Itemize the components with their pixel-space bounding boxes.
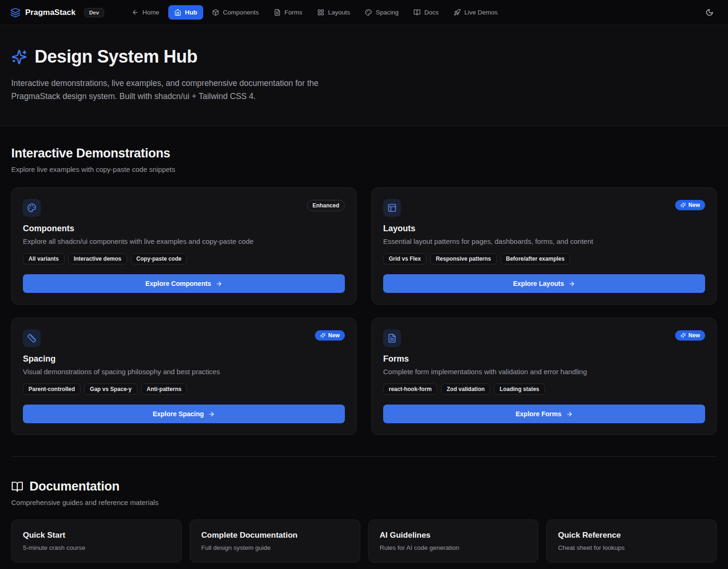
nav-item-label: Layouts [328, 9, 350, 16]
tag: Interactive demos [68, 253, 127, 264]
demos-section-subtitle: Explore live examples with copy-paste co… [11, 165, 717, 173]
doc-card-description: Rules for AI code generation [380, 544, 527, 551]
home-icon [174, 9, 181, 16]
layout-grid-icon [317, 9, 324, 16]
nav-item-home[interactable]: Home [126, 5, 165, 20]
page-subtitle: Interactive demonstrations, live example… [11, 77, 355, 103]
card-description: Essential layout patterns for pages, das… [383, 237, 705, 245]
tag: Copy-paste code [131, 253, 187, 264]
demo-card-grid: Enhanced Components Explore all shadcn/u… [11, 187, 717, 435]
doc-card-title: Quick Start [23, 531, 170, 540]
button-label: Explore Forms [515, 410, 561, 418]
card-title: Layouts [383, 224, 705, 234]
doc-card-description: 5-minute crash course [23, 544, 170, 551]
card-title: Components [23, 224, 345, 234]
nav-item-label: Docs [424, 9, 439, 16]
explore-layouts-button[interactable]: Explore Layouts [383, 274, 705, 293]
page-title: Design System Hub [35, 47, 197, 67]
new-badge: New [675, 200, 705, 210]
nav-item-hub[interactable]: Hub [168, 5, 203, 20]
demo-card-components: Enhanced Components Explore all shadcn/u… [11, 187, 357, 305]
tag: Grid vs Flex [383, 253, 427, 264]
card-icon-box [23, 199, 41, 217]
tag: Before/after examples [500, 253, 570, 264]
sparkles-icon [320, 333, 326, 338]
tag: Gap vs Space-y [84, 384, 137, 395]
ruler-icon [27, 334, 36, 343]
card-description: Visual demonstrations of spacing philoso… [23, 368, 345, 376]
card-tags: All variants Interactive demos Copy-past… [23, 253, 345, 264]
section-divider [11, 456, 717, 457]
file-text-icon [387, 334, 397, 343]
card-icon-box [383, 199, 401, 217]
doc-card-title: AI Guidelines [380, 531, 527, 540]
tag: All variants [23, 253, 64, 264]
card-tags: react-hook-form Zod validation Loading s… [383, 384, 705, 395]
card-title: Forms [383, 354, 705, 364]
nav-item-label: Spacing [376, 9, 399, 16]
nav-item-spacing[interactable]: Spacing [359, 5, 405, 20]
book-open-icon [11, 481, 23, 493]
palette-icon [365, 9, 372, 16]
arrow-right-icon [568, 280, 575, 287]
brand-name: PragmaStack [25, 8, 76, 17]
nav-item-components[interactable]: Components [206, 5, 265, 20]
theme-toggle-button[interactable] [701, 4, 718, 21]
arrow-left-icon [132, 9, 139, 16]
explore-forms-button[interactable]: Explore Forms [383, 405, 705, 423]
new-badge: New [675, 330, 705, 341]
doc-card-complete-documentation[interactable]: Complete Documentation Full design syste… [190, 519, 360, 562]
doc-card-title: Complete Documentation [201, 531, 349, 540]
nav-item-live-demos[interactable]: Live Demos [448, 5, 504, 20]
docs-section-subtitle: Comprehensive guides and reference mater… [11, 498, 717, 506]
nav-item-docs[interactable]: Docs [407, 5, 445, 20]
tag: Zod validation [441, 384, 490, 395]
badge-label: New [688, 202, 700, 208]
docs-card-grid: Quick Start 5-minute crash course Comple… [11, 519, 717, 562]
sparkles-icon [11, 49, 27, 65]
doc-card-description: Full design system guide [201, 544, 349, 551]
demo-card-forms: New Forms Complete form implementations … [371, 318, 717, 435]
doc-card-ai-guidelines[interactable]: AI Guidelines Rules for AI code generati… [368, 519, 539, 562]
button-label: Explore Layouts [513, 280, 564, 287]
nav-item-label: Hub [185, 9, 197, 16]
top-nav: PragmaStack Dev Home Hub Components Form… [0, 0, 728, 25]
doc-card-title: Quick Reference [558, 531, 705, 540]
doc-card-description: Cheat sheet for lookups [558, 544, 705, 551]
button-label: Explore Components [145, 280, 211, 287]
palette-icon [27, 203, 36, 213]
explore-spacing-button[interactable]: Explore Spacing [23, 405, 345, 423]
new-badge: New [315, 330, 345, 341]
demo-card-layouts: New Layouts Essential layout patterns fo… [371, 187, 717, 305]
tag: Responsive patterns [430, 253, 497, 264]
doc-card-quick-reference[interactable]: Quick Reference Cheat sheet for lookups [546, 519, 717, 562]
button-label: Explore Spacing [153, 410, 204, 418]
card-tags: Parent-controlled Gap vs Space-y Anti-pa… [23, 384, 345, 395]
nav-item-label: Home [143, 9, 159, 16]
status-badge: Enhanced [307, 200, 345, 211]
doc-card-quick-start[interactable]: Quick Start 5-minute crash course [11, 519, 182, 562]
nav-item-label: Forms [285, 9, 302, 16]
arrow-right-icon [566, 411, 573, 418]
explore-components-button[interactable]: Explore Components [23, 274, 345, 293]
tag: Parent-controlled [23, 384, 80, 395]
demo-card-spacing: New Spacing Visual demonstrations of spa… [11, 318, 357, 435]
tag: Loading states [494, 384, 545, 395]
docs-section-title: Documentation [29, 479, 120, 494]
nav-item-layouts[interactable]: Layouts [311, 5, 356, 20]
card-icon-box [383, 329, 401, 347]
tag: react-hook-form [383, 384, 437, 395]
env-badge: Dev [84, 8, 104, 17]
rocket-icon [454, 9, 461, 16]
sparkles-icon [680, 333, 686, 338]
brand[interactable]: PragmaStack Dev [10, 7, 104, 18]
main-content: Interactive Demonstrations Explore live … [0, 126, 728, 569]
hero-section: Design System Hub Interactive demonstrat… [0, 25, 728, 126]
tag: Anti-patterns [141, 384, 187, 395]
badge-label: New [688, 332, 700, 339]
card-description: Explore all shadcn/ui components with li… [23, 237, 345, 245]
layers-icon [10, 7, 21, 18]
book-open-icon [414, 9, 421, 16]
sparkles-icon [680, 202, 686, 208]
nav-item-forms[interactable]: Forms [268, 5, 308, 20]
